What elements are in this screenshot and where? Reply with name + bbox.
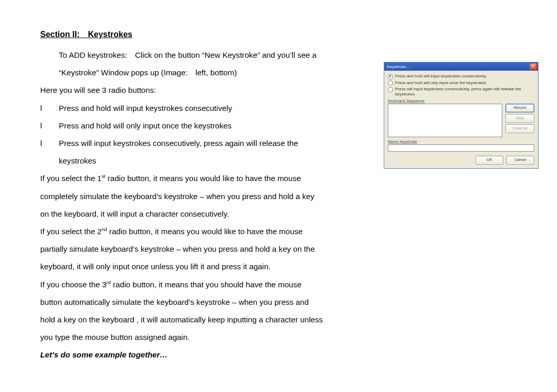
bullet-text: Press will input keystrokes consecutivel… bbox=[59, 135, 298, 152]
name-input[interactable] bbox=[388, 144, 534, 152]
dialog-titlebar: Keystroke... X bbox=[384, 62, 538, 71]
paragraph-1: If you select the 1st radio button, it m… bbox=[40, 170, 368, 223]
bullet-text: Press and hold will only input once the … bbox=[59, 117, 232, 135]
ok-button[interactable]: OK bbox=[476, 156, 503, 165]
p3-pre: If you choose the 3 bbox=[40, 280, 106, 289]
radio-label: Press and hold will only input once the … bbox=[395, 80, 486, 86]
p1-l3: on the keyboard, it will input a charact… bbox=[40, 209, 229, 218]
list-item: l Press and hold will input keystrokes c… bbox=[40, 100, 368, 117]
bullet-mark-icon: l bbox=[40, 100, 59, 117]
p1-post: radio button, it means you would like to… bbox=[105, 174, 301, 183]
bullet-text: Press and hold will input keystrokes con… bbox=[59, 100, 232, 117]
list-item: l Press and hold will only input once th… bbox=[40, 117, 368, 135]
radio-option-1[interactable]: Press and hold will input keystrokes con… bbox=[388, 74, 534, 79]
section-heading: Section II: Keystrokes bbox=[40, 30, 368, 39]
bullet-mark-icon: l bbox=[40, 117, 59, 135]
p2-post: radio button, it means you would like to… bbox=[107, 227, 303, 236]
radio-icon bbox=[388, 87, 393, 92]
cancel-button[interactable]: Cancel bbox=[506, 156, 534, 165]
paragraph-2: If you select the 2nd radio button, it m… bbox=[40, 223, 368, 276]
radio-label: Press will input keystrokes consecutivel… bbox=[395, 87, 534, 96]
list-item: l Press will input keystrokes consecutiv… bbox=[40, 135, 368, 152]
ordinal-sup: nd bbox=[102, 226, 107, 232]
bullet-mark-icon: l bbox=[40, 135, 59, 152]
name-label: Name keystroke bbox=[388, 139, 534, 144]
sequence-label: Keyboard Sequence bbox=[388, 99, 534, 103]
radio-icon bbox=[388, 74, 393, 79]
p3-l3: hold a key on the keyboard , it will aut… bbox=[40, 315, 323, 324]
radio-option-2[interactable]: Press and hold will only input once the … bbox=[388, 80, 534, 86]
p3-post: radio button, it means that you should h… bbox=[111, 280, 302, 289]
intro-line-2: “Keystroke” Window pops up (Image: left,… bbox=[40, 64, 368, 81]
p1-pre: If you select the 1 bbox=[40, 174, 102, 183]
p3-l2: button automatically simulate the keyboa… bbox=[40, 298, 309, 306]
stop-button[interactable]: Stop bbox=[505, 114, 534, 123]
dialog-title: Keystroke... bbox=[387, 64, 410, 69]
bullet-list: l Press and hold will input keystrokes c… bbox=[40, 100, 368, 170]
bullet-text: keystrokes bbox=[59, 152, 96, 170]
p2-pre: If you select the 2 bbox=[40, 227, 102, 236]
bullet-mark-spacer bbox=[40, 152, 59, 170]
ordinal-sup: rd bbox=[106, 280, 110, 285]
sequence-input[interactable] bbox=[388, 104, 502, 137]
radio-option-3[interactable]: Press will input keystrokes consecutivel… bbox=[388, 87, 534, 96]
p2-l2: partially simulate keyboard’s keystroke … bbox=[40, 244, 315, 253]
close-icon[interactable]: X bbox=[529, 63, 537, 70]
closing-line: Let’s do some example together… bbox=[40, 346, 368, 364]
clear-all-button[interactable]: Clear All bbox=[505, 124, 534, 133]
p2-l3: keyboard, it will only input once unless… bbox=[40, 262, 271, 271]
intro-line-1: To ADD keystrokes: Click on the button “… bbox=[40, 46, 368, 64]
p1-l2: completely simulate the keyboard’s keyst… bbox=[40, 192, 315, 201]
radio-intro: Here you will see 3 radio buttons: bbox=[40, 81, 368, 99]
radio-icon bbox=[388, 80, 393, 86]
p3-l4: you type the mouse button assigned again… bbox=[40, 333, 190, 341]
list-item: keystrokes bbox=[40, 152, 368, 170]
paragraph-3: If you choose the 3rd radio button, it m… bbox=[40, 276, 368, 347]
record-button[interactable]: Record bbox=[505, 104, 534, 112]
radio-label: Press and hold will input keystrokes con… bbox=[395, 74, 486, 79]
keystroke-dialog: Keystroke... X Press and hold will input… bbox=[384, 62, 538, 169]
